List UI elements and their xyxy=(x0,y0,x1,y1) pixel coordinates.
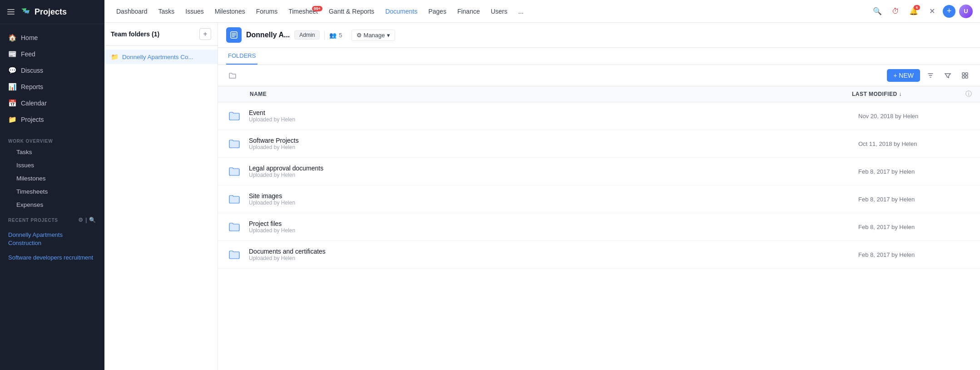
recent-projects-section: RECENT PROJECTS ⚙ | 🔍 xyxy=(0,211,104,225)
file-sub: Uploaded by Helen xyxy=(249,172,858,178)
milestones-label: Milestones xyxy=(16,175,46,182)
manage-button[interactable]: ⚙ Manage ▾ xyxy=(351,30,395,41)
admin-badge: Admin xyxy=(294,30,320,40)
feed-icon: 📰 xyxy=(8,50,16,58)
sidebar-nav: 🏠 Home 📰 Feed 💬 Discuss 📊 Reports 📅 Cale… xyxy=(0,24,104,133)
doc-panel-header: Donnelly A... Admin 👥 5 ⚙ Manage ▾ xyxy=(218,23,980,48)
calendar-icon: 📅 xyxy=(8,99,16,107)
file-sub: Uploaded by Helen xyxy=(249,144,858,150)
software-project-label: Software developers recruitment xyxy=(8,254,93,262)
timesheets-label: Timesheets xyxy=(16,188,48,195)
file-sub: Uploaded by Helen xyxy=(249,116,858,123)
content-split: Team folders (1) + 📁 Donnelly Apartments… xyxy=(104,23,980,370)
sidebar-item-issues[interactable]: Issues xyxy=(0,159,104,172)
svg-rect-2 xyxy=(965,73,968,75)
doc-tabs: FOLDERS xyxy=(218,48,980,65)
issues-label: Issues xyxy=(16,162,34,169)
table-row[interactable]: Site images Uploaded by Helen Feb 8, 201… xyxy=(218,185,980,213)
add-icon-btn[interactable]: + xyxy=(943,5,955,18)
search-icon[interactable]: | xyxy=(85,217,87,223)
sidebar-item-expenses[interactable]: Expenses xyxy=(0,198,104,211)
recent-project-software[interactable]: Software developers recruitment xyxy=(0,250,104,265)
sidebar: Projects 🏠 Home 📰 Feed 💬 Discuss 📊 Repor… xyxy=(0,0,104,370)
logo-icon xyxy=(20,6,31,17)
svg-rect-3 xyxy=(962,76,965,78)
folder-icon xyxy=(226,135,243,152)
add-folder-button[interactable]: + xyxy=(199,28,211,40)
file-info: Project files Uploaded by Helen xyxy=(249,220,858,234)
notifications-button[interactable]: 🔔 6 xyxy=(906,4,921,19)
col-name: NAME xyxy=(250,91,852,97)
folder-list-item-donnelly[interactable]: 📁 Donnelly Apartments Co... xyxy=(104,50,218,64)
file-name: Documents and certificates xyxy=(249,248,858,255)
doc-toolbar: + NEW xyxy=(218,65,980,86)
tasks-label: Tasks xyxy=(16,149,32,155)
work-overview-section: WORK OVERVIEW xyxy=(0,133,104,145)
notifications-badge: 6 xyxy=(914,5,920,10)
tab-folders[interactable]: FOLDERS xyxy=(226,48,257,65)
avatar[interactable]: U xyxy=(959,5,973,18)
sidebar-item-tasks[interactable]: Tasks xyxy=(0,145,104,159)
topnav-issues[interactable]: Issues xyxy=(181,5,208,18)
view-toggle-button[interactable] xyxy=(958,69,972,82)
hamburger-icon[interactable] xyxy=(7,9,15,15)
topnav-pages[interactable]: Pages xyxy=(424,5,451,18)
sidebar-item-feed-label: Feed xyxy=(21,50,35,58)
table-row[interactable]: Project files Uploaded by Helen Feb 8, 2… xyxy=(218,213,980,241)
table-row[interactable]: Software Projects Uploaded by Helen Oct … xyxy=(218,130,980,158)
topnav-tasks[interactable]: Tasks xyxy=(154,5,179,18)
sidebar-item-timesheets[interactable]: Timesheets xyxy=(0,185,104,198)
file-name: Software Projects xyxy=(249,137,858,144)
sidebar-item-feed[interactable]: 📰 Feed xyxy=(0,46,104,62)
folder-icon xyxy=(226,246,243,263)
home-icon: 🏠 xyxy=(8,34,16,42)
topnav-milestones[interactable]: Milestones xyxy=(210,5,250,18)
chevron-down-icon: ▾ xyxy=(387,32,390,39)
close-icon-btn[interactable]: ✕ xyxy=(925,4,939,19)
table-row[interactable]: Legal approval documents Uploaded by Hel… xyxy=(218,158,980,185)
folder-icon xyxy=(226,163,243,180)
doc-panel: Donnelly A... Admin 👥 5 ⚙ Manage ▾ FOLDE… xyxy=(218,23,980,370)
timer-icon-btn[interactable]: ⏱ xyxy=(888,4,903,19)
folder-icon xyxy=(226,219,243,235)
manage-label: Manage xyxy=(364,32,385,39)
sidebar-item-home[interactable]: 🏠 Home xyxy=(0,30,104,46)
file-info: Software Projects Uploaded by Helen xyxy=(249,137,858,150)
topnav-finance[interactable]: Finance xyxy=(453,5,485,18)
sidebar-item-discuss[interactable]: 💬 Discuss xyxy=(0,62,104,79)
topnav-forums[interactable]: Forums xyxy=(252,5,282,18)
sort-button[interactable] xyxy=(924,69,937,82)
folders-sidebar-header: Team folders (1) + xyxy=(104,23,218,46)
search-recent-icon[interactable]: 🔍 xyxy=(89,217,96,223)
recent-project-donnelly[interactable]: Donnelly Apartments Construction xyxy=(0,228,104,250)
topnav-more[interactable]: ... xyxy=(514,5,528,18)
topnav-timesheet[interactable]: Timesheet 99+ xyxy=(284,5,322,18)
sidebar-header: Projects xyxy=(0,0,104,24)
recent-projects-label: RECENT PROJECTS xyxy=(8,218,58,223)
sidebar-item-milestones[interactable]: Milestones xyxy=(0,172,104,185)
table-row[interactable]: Event Uploaded by Helen Nov 20, 2018 by … xyxy=(218,102,980,130)
new-button[interactable]: + NEW xyxy=(887,69,920,82)
filter-button[interactable] xyxy=(941,69,955,82)
file-sub: Uploaded by Helen xyxy=(249,227,858,234)
sidebar-item-discuss-label: Discuss xyxy=(21,67,43,74)
folder-icon xyxy=(226,108,243,124)
sidebar-item-projects[interactable]: 📁 Projects xyxy=(0,111,104,128)
topnav: Dashboard Tasks Issues Milestones Forums… xyxy=(104,0,980,23)
table-row[interactable]: Documents and certificates Uploaded by H… xyxy=(218,241,980,269)
svg-rect-1 xyxy=(962,73,965,75)
recent-projects-actions: ⚙ | 🔍 xyxy=(78,217,96,223)
topnav-users[interactable]: Users xyxy=(486,5,512,18)
filter-icon[interactable]: ⚙ xyxy=(78,217,84,223)
file-date: Oct 11, 2018 by Helen xyxy=(858,140,972,147)
topnav-dashboard[interactable]: Dashboard xyxy=(112,5,152,18)
file-name: Legal approval documents xyxy=(249,165,858,172)
file-info: Site images Uploaded by Helen xyxy=(249,192,858,206)
sidebar-item-calendar[interactable]: 📅 Calendar xyxy=(0,95,104,111)
topnav-gantt[interactable]: Gantt & Reports xyxy=(324,5,379,18)
sidebar-item-reports-label: Reports xyxy=(21,83,43,90)
topnav-documents[interactable]: Documents xyxy=(381,5,422,18)
sidebar-item-reports[interactable]: 📊 Reports xyxy=(0,79,104,95)
file-info: Event Uploaded by Helen xyxy=(249,109,858,123)
search-button[interactable]: 🔍 xyxy=(870,4,885,19)
